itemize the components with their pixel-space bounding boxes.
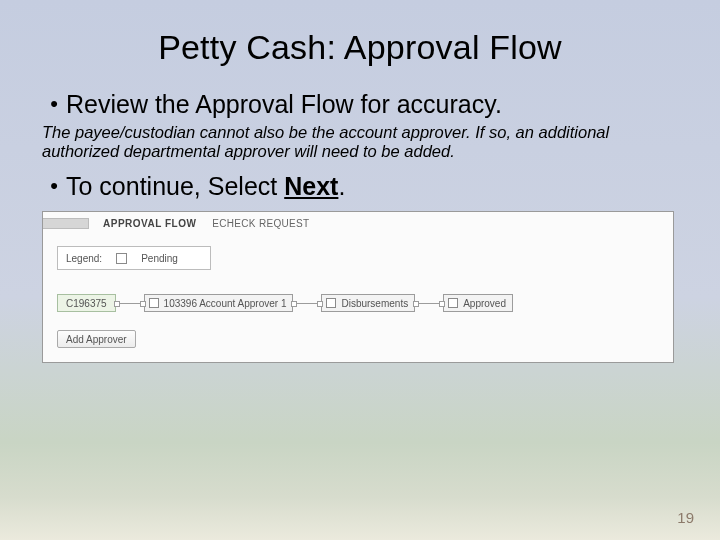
legend-box: Legend: Pending [57,246,211,270]
bullet-2: • To continue, Select Next. [42,171,678,201]
tab-stub [43,218,89,229]
flow-node-disbursements-label: Disbursements [341,298,408,309]
bullet-1-text: Review the Approval Flow for accuracy. [66,89,502,119]
bullet-dot-icon: • [42,171,66,201]
flow-node-approved: Approved [443,294,513,312]
legend-label: Legend: [66,253,102,264]
legend-pending: Pending [141,253,178,264]
flow-connector-icon [415,303,443,304]
panel-subtitle: ECHECK REQUEST [212,218,309,229]
approval-flow-panel: APPROVAL FLOW ECHECK REQUEST Legend: Pen… [42,211,674,363]
bullet-2-text: To continue, Select Next. [66,171,345,201]
checkbox-icon [326,298,336,308]
panel-title: APPROVAL FLOW [103,218,196,229]
bullet-2-post: . [338,172,345,200]
flow-node-approver-label: 103396 Account Approver 1 [164,298,287,309]
add-approver-button[interactable]: Add Approver [57,330,136,348]
checkbox-icon [149,298,159,308]
flow-connector-icon [116,303,144,304]
slide-title: Petty Cash: Approval Flow [42,28,678,67]
panel-header: APPROVAL FLOW ECHECK REQUEST [43,212,673,234]
checkbox-icon [448,298,458,308]
flow-node-disbursements: Disbursements [321,294,415,312]
bullet-2-pre: To continue, Select [66,172,284,200]
flow-node-approved-label: Approved [463,298,506,309]
note-text: The payee/custodian cannot also be the a… [42,123,652,161]
flow-node-approver: 103396 Account Approver 1 [144,294,294,312]
bullet-2-key: Next [284,172,338,200]
bullet-1: • Review the Approval Flow for accuracy. [42,89,678,119]
page-number: 19 [677,509,694,526]
bullet-dot-icon: • [42,89,66,119]
flow-diagram: C196375 103396 Account Approver 1 Disbur… [57,292,659,314]
flow-connector-icon [293,303,321,304]
flow-start-chip: C196375 [57,294,116,312]
pending-swatch-icon [116,253,127,264]
